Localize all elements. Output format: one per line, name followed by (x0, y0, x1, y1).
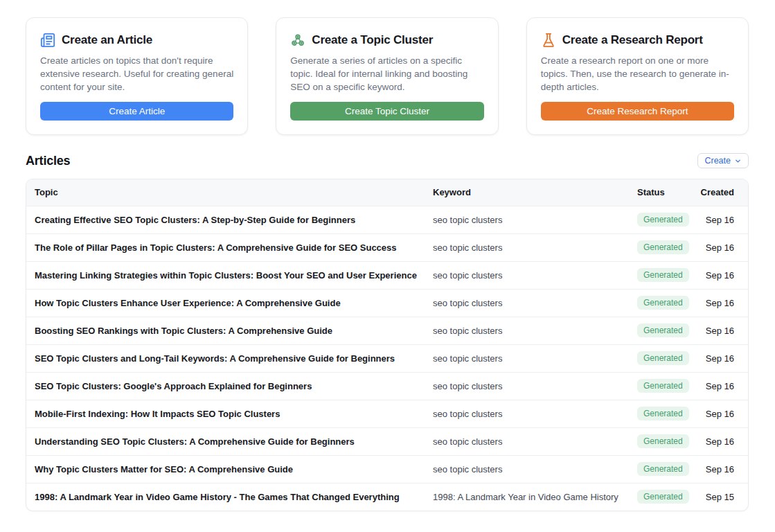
article-keyword: seo topic clusters (433, 372, 637, 400)
article-topic[interactable]: Why Topic Clusters Matter for SEO: A Com… (26, 455, 433, 483)
status-badge: Generated (637, 490, 689, 504)
create-dropdown-label: Create (704, 156, 731, 166)
topic-cluster-icon (290, 33, 305, 48)
chevron-down-icon (734, 157, 742, 165)
article-created: Sep 15 (700, 483, 748, 511)
create-topic-cluster-button[interactable]: Create Topic Cluster (290, 102, 483, 121)
create-article-button[interactable]: Create Article (40, 102, 233, 121)
article-keyword: seo topic clusters (433, 261, 637, 289)
article-created: Sep 16 (700, 233, 748, 261)
status-badge: Generated (637, 351, 689, 365)
article-topic[interactable]: SEO Topic Clusters and Long-Tail Keyword… (26, 344, 433, 372)
article-keyword: seo topic clusters (433, 289, 637, 317)
table-row[interactable]: Boosting SEO Rankings with Topic Cluster… (26, 317, 748, 344)
articles-section-header: Articles Create (26, 153, 749, 168)
article-created: Sep 16 (700, 289, 748, 317)
status-badge: Generated (637, 213, 689, 227)
card-create-research-report: Create a Research Report Create a resear… (526, 17, 749, 135)
status-badge: Generated (637, 462, 689, 476)
card-header: Create a Topic Cluster (290, 33, 483, 48)
article-topic[interactable]: Mastering Linking Strategies within Topi… (26, 261, 433, 289)
articles-table: Topic Keyword Status Created Creating Ef… (26, 179, 749, 511)
table-row[interactable]: Understanding SEO Topic Clusters: A Comp… (26, 427, 748, 455)
status-badge: Generated (637, 434, 689, 448)
column-header-created: Created (700, 179, 748, 206)
article-topic[interactable]: Understanding SEO Topic Clusters: A Comp… (26, 427, 433, 455)
create-options-row: Create an Article Create articles on top… (26, 17, 749, 135)
page-title: Articles (26, 154, 70, 168)
article-keyword: seo topic clusters (433, 233, 637, 261)
article-keyword: 1998: A Landmark Year in Video Game Hist… (433, 483, 637, 511)
table-row[interactable]: SEO Topic Clusters and Long-Tail Keyword… (26, 344, 748, 372)
article-created: Sep 16 (700, 427, 748, 455)
article-keyword: seo topic clusters (433, 400, 637, 427)
article-created: Sep 16 (700, 372, 748, 400)
table-row[interactable]: Mastering Linking Strategies within Topi… (26, 261, 748, 289)
article-topic[interactable]: 1998: A Landmark Year in Video Game Hist… (26, 483, 433, 511)
article-topic[interactable]: Mobile-First Indexing: How It Impacts SE… (26, 400, 433, 427)
status-badge: Generated (637, 240, 689, 254)
table-row[interactable]: The Role of Pillar Pages in Topic Cluste… (26, 233, 748, 261)
flask-icon (541, 33, 556, 48)
article-keyword: seo topic clusters (433, 455, 637, 483)
card-description: Generate a series of articles on a speci… (290, 54, 483, 94)
status-badge: Generated (637, 379, 689, 393)
table-row[interactable]: Creating Effective SEO Topic Clusters: A… (26, 206, 748, 233)
article-created: Sep 16 (700, 344, 748, 372)
article-topic[interactable]: Creating Effective SEO Topic Clusters: A… (26, 206, 433, 233)
create-dropdown-button[interactable]: Create (697, 153, 749, 168)
column-header-status: Status (637, 179, 700, 206)
article-keyword: seo topic clusters (433, 344, 637, 372)
table-row[interactable]: How Topic Clusters Enhance User Experien… (26, 289, 748, 317)
card-description: Create a research report on one or more … (541, 54, 734, 94)
card-create-topic-cluster: Create a Topic Cluster Generate a series… (276, 17, 498, 135)
card-create-article: Create an Article Create articles on top… (26, 17, 248, 135)
article-created: Sep 16 (700, 455, 748, 483)
card-title: Create a Topic Cluster (312, 33, 433, 47)
page: Create an Article Create articles on top… (0, 0, 775, 511)
newspaper-icon (40, 33, 55, 48)
article-created: Sep 16 (700, 400, 748, 427)
status-badge: Generated (637, 323, 689, 337)
table-header: Topic Keyword Status Created (26, 179, 748, 206)
table-row[interactable]: SEO Topic Clusters: Google's Approach Ex… (26, 372, 748, 400)
card-header: Create an Article (40, 33, 233, 48)
card-title: Create an Article (62, 33, 152, 47)
card-header: Create a Research Report (541, 33, 734, 48)
table-row[interactable]: Why Topic Clusters Matter for SEO: A Com… (26, 455, 748, 483)
article-keyword: seo topic clusters (433, 427, 637, 455)
status-badge: Generated (637, 296, 689, 310)
status-badge: Generated (637, 268, 689, 282)
article-created: Sep 16 (700, 261, 748, 289)
article-topic[interactable]: SEO Topic Clusters: Google's Approach Ex… (26, 372, 433, 400)
table-row[interactable]: 1998: A Landmark Year in Video Game Hist… (26, 483, 748, 511)
article-topic[interactable]: Boosting SEO Rankings with Topic Cluster… (26, 317, 433, 344)
article-keyword: seo topic clusters (433, 317, 637, 344)
articles-table-body: Creating Effective SEO Topic Clusters: A… (26, 206, 748, 511)
article-created: Sep 16 (700, 317, 748, 344)
card-description: Create articles on topics that don't req… (40, 54, 233, 94)
column-header-keyword: Keyword (433, 179, 637, 206)
article-keyword: seo topic clusters (433, 206, 637, 233)
table-row[interactable]: Mobile-First Indexing: How It Impacts SE… (26, 400, 748, 427)
create-research-report-button[interactable]: Create Research Report (541, 102, 734, 121)
status-badge: Generated (637, 407, 689, 420)
article-created: Sep 16 (700, 206, 748, 233)
article-topic[interactable]: How Topic Clusters Enhance User Experien… (26, 289, 433, 317)
card-title: Create a Research Report (562, 33, 703, 47)
article-topic[interactable]: The Role of Pillar Pages in Topic Cluste… (26, 233, 433, 261)
column-header-topic: Topic (26, 179, 433, 206)
